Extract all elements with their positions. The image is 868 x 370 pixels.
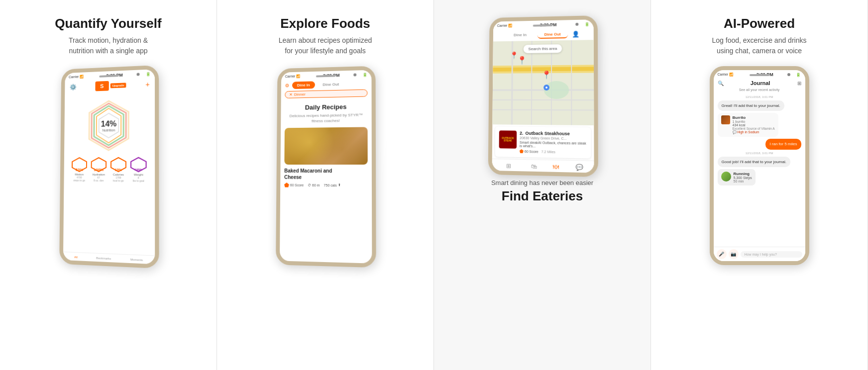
timestamp-1: 12/11/2018, 3:01 PM (718, 95, 801, 98)
journal-header: 🔍 Journal ⊞ See all your recent activity (714, 78, 805, 93)
nav-food-label: Food (552, 172, 559, 173)
food-meta: 60 Score ⏱ 60 m 750 cals ⬆ (284, 183, 367, 188)
panel3-subtitle: Smart dining has never been easier (491, 179, 593, 186)
map-pin-1: 📍 (517, 56, 527, 65)
carrier-text-4: Carrier 📶 (718, 73, 734, 77)
food-entry-inner: Burrito 1 burrito 434 kcal Excellent Sou… (721, 115, 775, 134)
phone-4-screen: Carrier 📶 3:20 PM 🔋 🔍 Journal ⊞ (714, 70, 805, 261)
restaurant-info: 2. Outback Steakhouse 20630 Valley Green… (519, 131, 586, 154)
panel3-bottom-text: Smart dining has never been easier Find … (491, 179, 593, 204)
recipe-title: Daily Recipes (285, 103, 367, 112)
nav-dashboard[interactable]: ⊞ Dashboard (501, 162, 515, 173)
motion-value: 53% (75, 167, 83, 172)
restaurant-desc: Smart steakAt Outback, chances are steak… (519, 141, 586, 149)
panel2-subtitle: Learn about recipes optimizedfor your li… (279, 35, 372, 56)
map-search-bar[interactable]: Search this area (523, 44, 562, 53)
carrier-text-3: Carrier 📶 (497, 24, 512, 28)
restaurant-name: Outback Steakhouse (525, 131, 569, 136)
dinner-tag[interactable]: ✕ Dinner (285, 90, 367, 98)
nav-journal[interactable]: 💬 Journal (574, 164, 584, 173)
score-icon (284, 183, 289, 187)
carrier-text-2: Carrier 📶 (285, 75, 300, 79)
food-icon: 🍽 (552, 163, 558, 171)
hydration-value: 100% (94, 167, 104, 172)
panel4-title: AI-Powered (724, 16, 795, 31)
profile-icon[interactable]: 👤 (571, 31, 579, 38)
food-texture (284, 127, 367, 165)
svg-marker-4 (99, 113, 118, 138)
food-name: Baked Macaroni andCheese (284, 168, 368, 181)
status-time-4: 3:20 PM (757, 72, 773, 77)
ai-message-2: Good job! I'll add that to your journal. (718, 157, 791, 167)
nav-food[interactable]: 🍽 Food (552, 163, 559, 173)
filter-icon[interactable]: ⚙ (285, 83, 289, 89)
cals-text: 750 cals (324, 184, 336, 187)
motion-sub: 4700steps to go (73, 176, 85, 182)
journal-icon: 💬 (575, 164, 583, 171)
food-warning-burrito: 💬 High in Sodium (733, 130, 775, 134)
dine-in-btn[interactable]: Dine In (507, 31, 533, 39)
journal-search-row: 🔍 Journal ⊞ (718, 80, 801, 86)
journal-title-row: Journal (726, 80, 795, 86)
activity-name: Running (734, 172, 752, 176)
nav-shop[interactable]: 🛍 Shop (530, 163, 537, 173)
battery-icon-4: 🔋 (796, 73, 801, 77)
food-entry-burrito: Burrito 1 burrito 434 kcal Excellent Sou… (718, 113, 778, 137)
restaurant-address: 20630 Valley Green Drive, C... (519, 136, 586, 141)
tab-moments[interactable]: Moments (130, 258, 142, 262)
journal-sub: See all your recent activity (718, 88, 801, 92)
stat-weight: 195lb Weight 8lbs to goal (129, 157, 147, 183)
chat-input-field[interactable]: How may I help you? (741, 251, 802, 258)
outback-logo: OUTBACKSTEAK (499, 130, 517, 148)
phone-1: Carrier 📶 3:20 PM 🔋 ⚙️ S Upgrade (59, 65, 159, 269)
food-entry-details: Burrito 1 burrito 434 kcal Excellent Sou… (733, 115, 775, 134)
main-chart-area: 14% Nutrition 53% Motion (64, 91, 155, 186)
dine-out-btn[interactable]: Dine Out (537, 31, 567, 39)
phone-1-wrapper: Carrier 📶 3:20 PM 🔋 ⚙️ S Upgrade (59, 66, 158, 265)
status-icons-2: 🔋 (362, 73, 367, 77)
tab-all[interactable]: All (74, 256, 78, 259)
activity-avatar (721, 172, 731, 182)
camera-button[interactable]: 📷 (729, 249, 739, 259)
panel2-title: Explore Foods (280, 16, 370, 31)
tab-bookmarks[interactable]: Bookmarks (96, 257, 111, 260)
nav-dashboard-label: Dashboard (501, 170, 515, 173)
app-logo: S (95, 81, 108, 92)
restaurant-score: 60 Score 7.2 Miles (519, 149, 586, 154)
tag-close-icon[interactable]: ✕ (289, 92, 293, 97)
search-icon[interactable]: 🔍 (718, 81, 724, 86)
grid-icon[interactable]: ⊞ (797, 81, 801, 86)
activity-duration: 50 min (734, 180, 752, 183)
stat-motion: 53% Motion 4700steps to go (70, 157, 88, 182)
map-pin-3: 📍 (542, 70, 551, 80)
clock-icon: ⏱ (308, 184, 311, 187)
map-view: 📍 📍 📍 Search this area (492, 40, 594, 125)
chat-input-bar: 🎤 📷 How may I help you? (714, 247, 805, 261)
time-badge: ⏱ 60 m (308, 184, 320, 187)
mic-button[interactable]: 🎤 (717, 249, 727, 259)
phone-2: Carrier 📶 3:20 PM 🔋 ⚙ Dine In Dine Out ✕ (276, 66, 376, 268)
dine-in-tab[interactable]: Dine In (292, 82, 315, 90)
panel3-title: Find Eateries (491, 188, 593, 204)
share-icon[interactable]: ⬆ (337, 184, 340, 187)
stats-row: 53% Motion 4700steps to go 100% Hydratio… (70, 157, 147, 183)
phone-4-wrapper: Carrier 📶 3:20 PM 🔋 🔍 Journal ⊞ (710, 66, 809, 265)
cals-badge: 750 cals ⬆ (324, 184, 340, 187)
bottom-nav: ⊞ Dashboard 🛍 Shop 🍽 Food 💬 Journal (492, 159, 594, 173)
panel-ai: AI-Powered Log food, excercise and drink… (651, 0, 868, 370)
restaurant-dist: 7.2 Miles (541, 150, 555, 154)
status-icons-4: 🔋 (796, 73, 801, 77)
battery-icon-3: 🔋 (584, 22, 589, 26)
panel1-title: Quantify Yourself (55, 16, 161, 31)
upgrade-badge[interactable]: Upgrade (110, 83, 126, 89)
food-name-burrito: Burrito (733, 115, 775, 120)
gear-icon[interactable]: ⚙️ (69, 84, 76, 91)
ai-message-1: Great! I'll add that to your journal. (718, 100, 784, 111)
plus-icon[interactable]: + (145, 81, 149, 89)
dine-out-tab[interactable]: Dine Out (318, 81, 344, 89)
stat-hydration: 100% Hydration 678 oz. don (90, 157, 108, 182)
time-text: 60 m (312, 184, 320, 187)
status-bar-4: Carrier 📶 3:20 PM 🔋 (714, 70, 805, 78)
recipe-content: Daily Recipes Delicious recipes hand-pic… (280, 99, 372, 192)
food-kcal-burrito: 434 kcal (733, 123, 775, 127)
